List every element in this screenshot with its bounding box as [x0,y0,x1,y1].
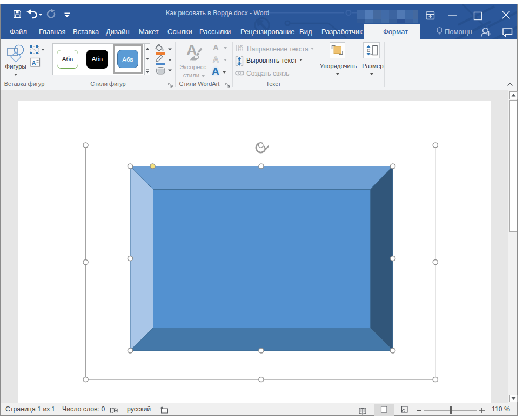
svg-text:А: А [32,60,36,66]
svg-text:A: A [239,44,243,49]
